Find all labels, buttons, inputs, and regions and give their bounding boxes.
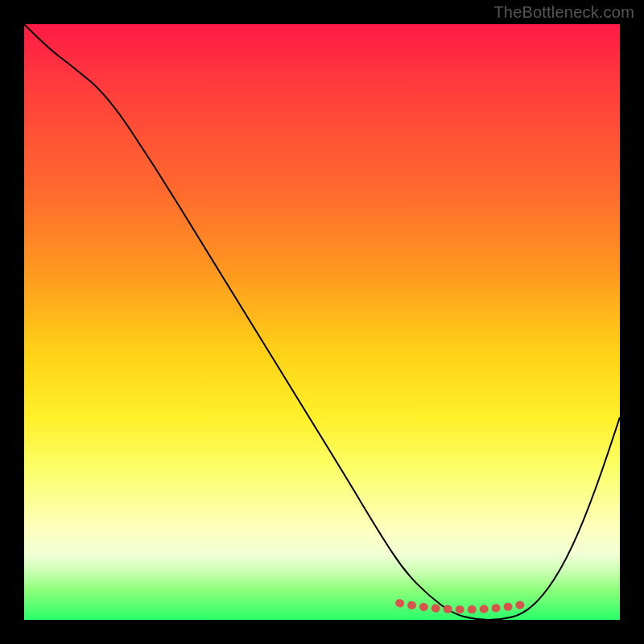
plot-area <box>24 24 620 620</box>
chart-container: TheBottleneck.com <box>0 0 644 644</box>
trough-marker <box>399 603 530 609</box>
watermark-text: TheBottleneck.com <box>493 3 634 22</box>
bottleneck-curve <box>24 24 620 620</box>
curve-layer <box>24 24 620 620</box>
